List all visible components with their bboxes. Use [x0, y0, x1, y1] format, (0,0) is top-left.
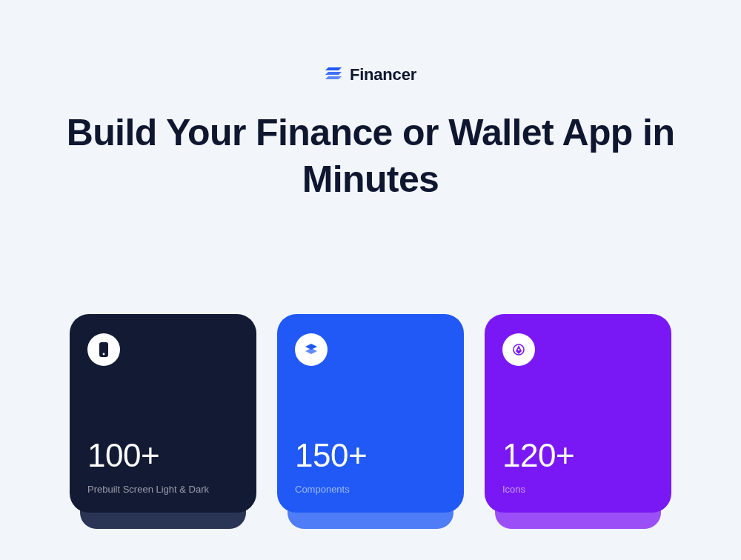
svg-point-4	[103, 353, 105, 356]
card-value: 150+	[295, 439, 446, 472]
feature-card-screens: 100+ Prebuilt Screen Light & Dark	[70, 314, 256, 513]
brand-header: Financer	[0, 0, 741, 84]
feature-card-components: 150+ Components	[277, 314, 464, 513]
card-label: Icons	[502, 484, 654, 496]
card-label: Components	[295, 484, 446, 496]
card-body: 100+ Prebuilt Screen Light & Dark	[70, 314, 256, 513]
svg-marker-6	[305, 348, 317, 354]
svg-marker-2	[325, 76, 342, 79]
hero-title: Build Your Finance or Wallet App in Minu…	[0, 110, 741, 202]
svg-marker-0	[325, 67, 342, 70]
stack-icon	[295, 333, 328, 366]
brand-logo-icon	[325, 66, 342, 84]
pen-icon	[502, 333, 535, 366]
brand-name: Financer	[350, 65, 416, 84]
feature-card-icons: 120+ Icons	[485, 314, 671, 513]
svg-point-8	[518, 349, 520, 351]
feature-cards-row: 100+ Prebuilt Screen Light & Dark 150+ C…	[0, 314, 741, 513]
card-label: Prebuilt Screen Light & Dark	[87, 484, 239, 496]
card-value: 120+	[502, 439, 654, 472]
svg-marker-1	[325, 72, 342, 75]
card-body: 120+ Icons	[485, 314, 671, 513]
phone-icon	[87, 333, 120, 366]
card-body: 150+ Components	[277, 314, 464, 513]
card-value: 100+	[87, 439, 239, 472]
